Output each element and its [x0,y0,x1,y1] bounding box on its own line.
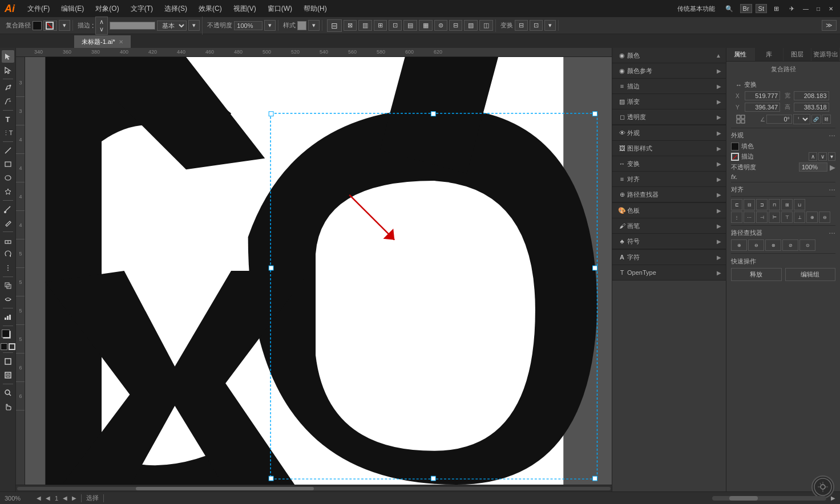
tab-layers[interactable]: 图层 [784,48,812,61]
opacity-input[interactable] [234,21,262,30]
pf-divide[interactable]: ⊙ [799,239,815,251]
h-scrollbar-thumb[interactable] [136,487,314,490]
pf-minus[interactable]: ⊖ [748,239,764,251]
tab-export[interactable]: 资源导出 [811,48,840,61]
transform-btn-1[interactable]: ⊟ [515,20,528,31]
align-center-h-btn[interactable]: ⊟ [744,199,755,210]
align-btn-1[interactable]: ⊟ [327,19,342,32]
menu-effect[interactable]: 效果(C) [195,4,225,14]
tool-zoom[interactable] [2,387,14,399]
panel-brush[interactable]: 🖌 画笔 ▶ [612,218,726,234]
document-tab[interactable]: 未标题-1.ai* ✕ [74,35,131,48]
align-btn-6[interactable]: ▤ [403,20,417,31]
tool-reflect[interactable] [2,262,14,274]
panel-gradient[interactable]: ▨ 渐变 ▶ [612,94,726,109]
tool-hand[interactable] [2,400,14,413]
tab-properties[interactable]: 属性 [726,48,755,61]
stroke-icon-btn[interactable] [43,21,57,31]
panel-symbol[interactable]: ♣ 符号 ▶ [612,234,726,249]
collapse-btn[interactable]: ≫ [822,20,837,31]
maximize-btn[interactable]: □ [814,4,823,13]
unlock-btn[interactable]: ⛓ [822,115,831,124]
panel-opentype[interactable]: T OpenType ▶ [612,265,726,281]
menu-object[interactable]: 对象(O) [92,4,122,14]
search-icon[interactable]: 🔍 [722,4,737,14]
stroke-arrow2[interactable]: ∧∨ [95,17,108,35]
tool-rect[interactable] [2,158,14,170]
stroke-up-btn[interactable]: ∧ [809,152,817,161]
stock-btn[interactable]: St [756,4,767,13]
dist-center-btn[interactable]: ⊕ [806,212,818,223]
tool-ellipse[interactable] [2,172,14,184]
dist-bottom-btn[interactable]: ⊥ [794,212,805,223]
stroke-btn[interactable] [9,343,15,350]
foreground-color[interactable] [2,330,10,338]
h-scrollbar[interactable] [16,485,612,491]
tool-draw-mode-normal[interactable] [2,355,14,368]
align-center-v-btn[interactable]: ⊞ [781,199,793,210]
align-btn-11[interactable]: ◫ [479,20,493,31]
pf-intersect[interactable]: ⊗ [765,239,781,251]
dist-vert-btn[interactable]: ⊖ [819,212,830,223]
align-top-btn[interactable]: ⊓ [769,199,780,210]
pathfinder-more-btn[interactable]: ··· [829,228,835,237]
release-btn[interactable]: 释放 [731,268,782,281]
align-more-btn[interactable]: ··· [829,185,835,194]
transform-arrow[interactable]: ▾ [544,20,556,31]
stroke-options-btn[interactable]: ▾ [828,152,835,161]
panel-pathfinder[interactable]: ⊕ 路径查找器 ▶ [612,187,726,202]
dist-v-btn[interactable]: ⋯ [744,212,755,223]
align-bottom-btn[interactable]: ⊔ [794,199,805,210]
tool-rotate[interactable] [2,248,14,261]
tool-warp[interactable] [2,293,14,306]
style-swatch[interactable] [297,21,306,30]
tool-selection[interactable] [2,50,14,63]
opacity-arrow[interactable]: ▾ [264,20,276,31]
dist-right-btn[interactable]: ⊢ [769,212,780,223]
stroke-arrow[interactable]: ▾ [59,20,70,31]
tool-star[interactable] [2,185,14,198]
panel-color[interactable]: ◉ 颜色 ▲ [612,48,726,63]
status-scrollbar[interactable] [712,496,826,501]
menu-edit[interactable]: 编辑(E) [58,4,87,14]
align-btn-4[interactable]: ⊞ [374,20,387,31]
align-btn-8[interactable]: ⊜ [434,20,447,31]
tool-paintbrush[interactable] [2,203,14,216]
dist-top-btn[interactable]: ⊤ [781,212,793,223]
main-canvas[interactable] [25,57,612,485]
transform-btn-2[interactable]: ⊡ [530,20,543,31]
tool-graph[interactable] [2,311,14,323]
style-arrow[interactable]: ▾ [308,20,320,31]
tab-close-icon[interactable]: ✕ [119,39,123,45]
zoom-input[interactable] [5,495,32,502]
tool-add-anchor[interactable]: + [2,95,14,108]
w-input[interactable] [794,91,829,100]
align-btn-7[interactable]: ▦ [419,20,433,31]
bridge-btn[interactable]: Br [740,4,752,13]
appearance-more-btn[interactable]: ··· [829,131,835,140]
tab-library[interactable]: 库 [755,48,784,61]
align-btn-3[interactable]: ▥ [358,20,372,31]
align-right-btn[interactable]: ⊐ [756,199,768,210]
pf-unite[interactable]: ⊕ [731,239,747,251]
share-icon[interactable]: ✈ [786,4,798,14]
tool-direct-selection[interactable] [2,64,14,76]
panel-stroke[interactable]: ≡ 描边 ▶ [612,79,726,94]
panel-glyphs[interactable]: A 字符 ▶ [612,250,726,265]
color-swatch-black[interactable] [33,21,42,30]
menu-type[interactable]: 文字(T) [127,4,156,14]
stroke-down-btn[interactable]: ∨ [818,152,827,161]
panel-appearance[interactable]: 👁 外观 ▶ [612,125,726,141]
edit-btn[interactable]: 编辑组 [785,268,836,281]
panel-align[interactable]: ≡ 对齐 ▶ [612,172,726,187]
panel-color-ref[interactable]: ◉ 颜色参考 ▶ [612,63,726,79]
close-btn[interactable]: ✕ [826,4,835,13]
align-btn-2[interactable]: ⊠ [344,20,357,31]
tool-pen[interactable] [2,82,14,94]
angle-unit[interactable]: ° [793,114,810,124]
pf-exclude[interactable]: ⊘ [782,239,798,251]
y-input[interactable] [745,103,780,112]
panel-swatches[interactable]: 🎨 色板 ▶ [612,203,726,218]
menu-select[interactable]: 选择(S) [161,4,191,14]
menu-help[interactable]: 帮助(H) [300,4,330,14]
